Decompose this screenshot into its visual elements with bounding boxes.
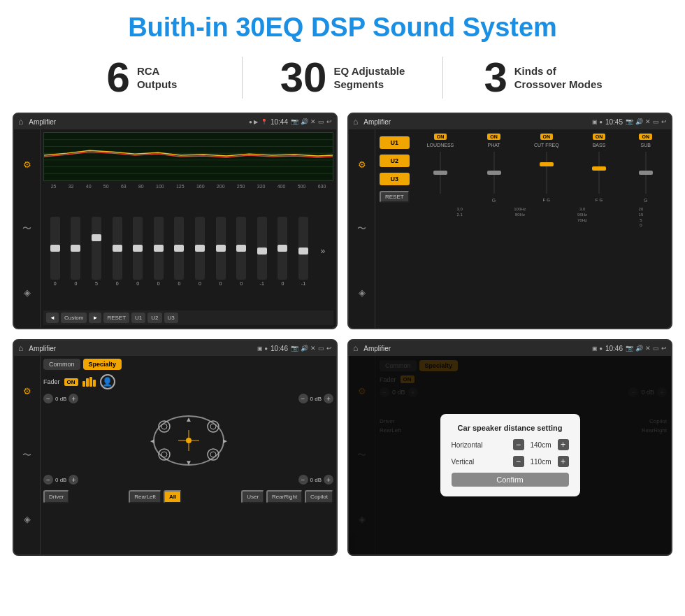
tab-common[interactable]: Common bbox=[43, 359, 80, 370]
phat-on-badge: ON bbox=[487, 134, 500, 140]
cs-dots: ▣ ● bbox=[257, 345, 268, 352]
cs-main-area: Common Specialty Fader ON 👤 bbox=[41, 356, 336, 554]
amp-sidebar-icon-1[interactable]: ⚙ bbox=[358, 159, 366, 170]
u2-channel-btn[interactable]: U2 bbox=[380, 155, 410, 167]
vertical-minus-btn[interactable]: − bbox=[513, 456, 524, 467]
u3-channel-btn[interactable]: U3 bbox=[380, 173, 410, 185]
vertical-plus-btn[interactable]: + bbox=[558, 456, 569, 467]
amp-window-icon[interactable]: ▭ bbox=[653, 118, 659, 125]
cs-title: Amplifier bbox=[29, 345, 254, 352]
cs-back-icon[interactable]: ↩ bbox=[326, 345, 332, 352]
db-minus-br[interactable]: − bbox=[298, 475, 308, 485]
cs-close-icon[interactable]: ✕ bbox=[310, 345, 316, 352]
reset-button[interactable]: RESET bbox=[103, 313, 129, 323]
horizontal-minus-btn[interactable]: − bbox=[513, 439, 524, 450]
db-minus-tr[interactable]: − bbox=[298, 394, 308, 403]
eq-slider-11: -1 bbox=[257, 217, 267, 286]
dialog-back-icon[interactable]: ↩ bbox=[661, 345, 667, 352]
fader-bar-4 bbox=[93, 380, 96, 387]
confirm-button[interactable]: Confirm bbox=[452, 473, 569, 487]
tab-specialty[interactable]: Specialty bbox=[83, 359, 122, 370]
u2-button[interactable]: U2 bbox=[147, 313, 161, 323]
home-icon[interactable]: ⌂ bbox=[18, 117, 23, 127]
prev-button[interactable]: ◄ bbox=[46, 313, 59, 323]
loudness-slider[interactable] bbox=[440, 152, 441, 194]
eq-sidebar-icon-1[interactable]: ⚙ bbox=[23, 159, 31, 170]
close-icon[interactable]: ✕ bbox=[310, 118, 316, 125]
amp-home-icon[interactable]: ⌂ bbox=[353, 117, 358, 127]
back-icon[interactable]: ↩ bbox=[326, 118, 332, 125]
eq-slider-1: 0 bbox=[50, 217, 60, 286]
window-icon[interactable]: ▭ bbox=[318, 118, 324, 125]
horizontal-row: Horizontal − 140cm + bbox=[452, 439, 569, 450]
cs-screen-body: ⚙ 〜 ◈ Common Specialty Fader ON bbox=[14, 356, 336, 554]
eq-status-icons: 📷 🔊 ✕ ▭ ↩ bbox=[291, 118, 332, 125]
eq-dots: ● ▶ bbox=[249, 119, 258, 125]
eq-sidebar-icon-2[interactable]: 〜 bbox=[22, 222, 31, 235]
dialog-title-bar: Amplifier bbox=[363, 345, 589, 352]
loudness-label: LOUDNESS bbox=[427, 143, 454, 148]
dialog-home-icon[interactable]: ⌂ bbox=[353, 343, 358, 353]
db-plus-tl[interactable]: + bbox=[68, 394, 78, 403]
cs-volume-icon: 🔊 bbox=[301, 345, 308, 352]
cs-sidebar-icon-3[interactable]: ◈ bbox=[24, 514, 31, 524]
db-minus-tl[interactable]: − bbox=[43, 394, 53, 403]
loudness-freq-2: 2.1 bbox=[456, 213, 462, 218]
eq-frequency-labels: 2532405063 80100125160200 25032040050063… bbox=[43, 184, 333, 189]
cs-camera-icon: 📷 bbox=[291, 345, 298, 352]
bass-val-3: 70Hz bbox=[577, 218, 587, 224]
eq-slider-2: 0 bbox=[71, 217, 80, 286]
dialog-box-title: Car speaker distance setting bbox=[452, 424, 569, 432]
cs-window-icon[interactable]: ▭ bbox=[318, 345, 324, 352]
cs-sidebar-icon-1[interactable]: ⚙ bbox=[23, 386, 31, 396]
dialog-close-icon[interactable]: ✕ bbox=[645, 345, 651, 352]
cutfreq-val-1: 100Hz bbox=[514, 207, 526, 213]
db-minus-bl[interactable]: − bbox=[43, 475, 53, 485]
amp-back-icon[interactable]: ↩ bbox=[661, 118, 667, 125]
cutfreq-slider[interactable] bbox=[546, 152, 547, 194]
u1-button[interactable]: U1 bbox=[131, 313, 145, 323]
cs-status-bar: ⌂ Amplifier ▣ ● 10:46 📷 🔊 ✕ ▭ ↩ bbox=[14, 341, 336, 356]
cs-sidebar-icon-2[interactable]: 〜 bbox=[22, 449, 31, 461]
dialog-window-icon[interactable]: ▭ bbox=[653, 345, 659, 352]
svg-point-17 bbox=[210, 452, 216, 457]
sub-slider[interactable] bbox=[645, 152, 647, 194]
bass-label: BASS bbox=[593, 143, 606, 148]
car-diagram-svg: ▲ ▼ ◄ ► bbox=[147, 409, 231, 472]
next-button[interactable]: ► bbox=[89, 313, 101, 323]
amp-close-icon[interactable]: ✕ bbox=[645, 118, 651, 125]
amp-freq-labels: 3.0 2.1 100Hz 80Hz 3.0 90Hz 70Hz bbox=[412, 207, 667, 229]
sub-g-label: G bbox=[644, 198, 647, 203]
stat-number-crossover: 3 bbox=[484, 57, 507, 99]
eq-sidebar-icon-3[interactable]: ◈ bbox=[24, 287, 31, 298]
horizontal-plus-btn[interactable]: + bbox=[558, 439, 569, 450]
driver-btn[interactable]: Driver bbox=[43, 490, 69, 503]
all-btn[interactable]: All bbox=[164, 490, 182, 503]
phat-control: ON PHAT G bbox=[487, 134, 500, 203]
amp-sidebar-icon-3[interactable]: ◈ bbox=[359, 287, 366, 298]
u3-button[interactable]: U3 bbox=[164, 313, 178, 323]
dialog-status-bar: ⌂ Amplifier ▣ ● 10:46 📷 🔊 ✕ ▭ ↩ bbox=[349, 341, 671, 356]
rearright-btn[interactable]: RearRight bbox=[266, 490, 303, 503]
cs-home-icon[interactable]: ⌂ bbox=[18, 343, 23, 353]
phat-label: PHAT bbox=[488, 143, 500, 148]
phat-slider[interactable] bbox=[493, 152, 495, 194]
svg-text:▲: ▲ bbox=[185, 415, 192, 423]
eq-slider-3: 5 bbox=[92, 217, 101, 286]
amp-volume-icon: 🔊 bbox=[635, 118, 643, 125]
rearleft-btn[interactable]: RearLeft bbox=[129, 490, 161, 503]
u1-channel-btn[interactable]: U1 bbox=[380, 136, 410, 149]
copilot-btn[interactable]: Copilot bbox=[305, 490, 333, 503]
eq-more-icon[interactable]: » bbox=[319, 246, 327, 256]
db-plus-bl[interactable]: + bbox=[68, 475, 78, 485]
eq-slider-10: 0 bbox=[236, 217, 246, 286]
db-plus-tr[interactable]: + bbox=[324, 394, 333, 403]
car-spacer bbox=[161, 475, 217, 485]
db-plus-br[interactable]: + bbox=[324, 475, 333, 485]
amp-sidebar-icon-2[interactable]: 〜 bbox=[357, 222, 366, 235]
eq-time: 10:44 bbox=[271, 118, 288, 126]
db-control-top-right: − 0 dB + bbox=[298, 394, 333, 403]
bass-slider[interactable] bbox=[598, 152, 600, 194]
amp-reset-btn[interactable]: RESET bbox=[380, 191, 410, 203]
user-btn[interactable]: User bbox=[241, 490, 264, 503]
